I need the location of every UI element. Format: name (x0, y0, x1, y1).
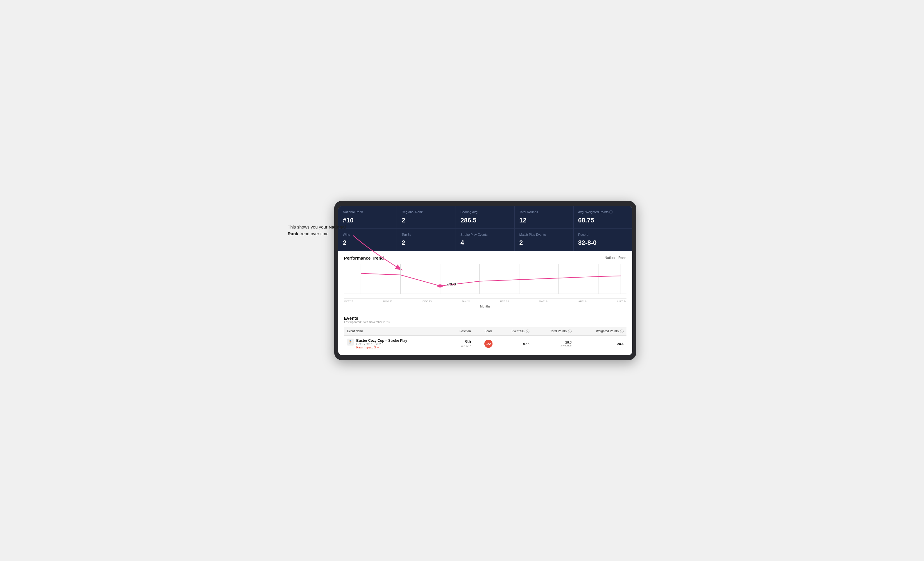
stat-match-play-events: Match Play Events 2 (514, 229, 573, 251)
stat-wins-value: 2 (343, 239, 392, 247)
x-label-may24: MAY 24 (618, 300, 627, 303)
event-rank-impact: Rank Impact: 3 ▼ (356, 346, 407, 349)
stat-stroke-play-label: Stroke Play Events (460, 233, 510, 236)
stat-national-rank-label: National Rank (343, 210, 392, 214)
annotation-text: This shows you your National Rank trend … (288, 224, 352, 237)
stat-avg-weighted-points: Avg. Weighted Points ⓘ 68.75 (574, 206, 632, 228)
stats-row-2: Wins 2 Top 3s 2 Stroke Play Events 4 Mat… (338, 229, 632, 251)
col-weighted-points: Weighted Points i (574, 327, 627, 336)
events-table-body: 🏌️ Buster Cozy Cup – Stroke Play Oct 9 -… (344, 335, 627, 352)
x-label-apr24: APR 24 (578, 300, 587, 303)
stat-stroke-play-events: Stroke Play Events 4 (456, 229, 514, 251)
event-name-wrapper: 🏌️ Buster Cozy Cup – Stroke Play Oct 9 -… (347, 338, 444, 349)
performance-axis-label: National Rank (604, 256, 627, 260)
table-row: 🏌️ Buster Cozy Cup – Stroke Play Oct 9 -… (344, 335, 627, 352)
stat-record-label: Record (578, 233, 628, 236)
weighted-points-value: 28.3 (618, 342, 624, 346)
events-table: Event Name Position Score Event SG i Tot… (344, 327, 627, 352)
stat-record-value: 32-8-0 (578, 239, 628, 247)
stat-record: Record 32-8-0 (574, 229, 632, 251)
stat-national-rank-value: #10 (343, 217, 392, 224)
stat-total-rounds-label: Total Rounds (519, 210, 568, 214)
stat-top3s-value: 2 (402, 239, 451, 247)
annotation-before: This shows you your (288, 224, 328, 229)
stat-stroke-play-value: 4 (460, 239, 510, 247)
svg-point-10 (437, 284, 443, 287)
tablet-device: National Rank #10 Regional Rank 2 Scorin… (334, 200, 636, 361)
stat-top3s-label: Top 3s (402, 233, 451, 236)
event-date: Oct 9 - Oct 10, 2023 (356, 343, 407, 346)
stat-scoring-avg-value: 286.5 (460, 217, 510, 224)
event-position: 6th out of 7 (450, 339, 471, 348)
col-event-name: Event Name (344, 327, 447, 336)
stat-regional-rank-value: 2 (402, 217, 451, 224)
col-event-sg: Event SG i (495, 327, 532, 336)
event-position-cell: 6th out of 7 (447, 335, 474, 352)
total-rounds: 3 Rounds (535, 344, 572, 347)
annotation-after: trend over time (298, 231, 328, 236)
col-score: Score (474, 327, 496, 336)
event-name: Buster Cozy Cup – Stroke Play (356, 338, 407, 343)
score-badge: -22 (484, 340, 492, 348)
event-details: Buster Cozy Cup – Stroke Play Oct 9 - Oc… (356, 338, 407, 349)
tablet-screen: National Rank #10 Regional Rank 2 Scorin… (338, 206, 632, 355)
position-value: 6th (465, 339, 471, 344)
event-sg-cell: 0.45 (495, 335, 532, 352)
stat-total-rounds: Total Rounds 12 (514, 206, 573, 228)
event-icon: 🏌️ (347, 338, 354, 346)
events-table-header-row: Event Name Position Score Event SG i Tot… (344, 327, 627, 336)
total-points-cell: 28.3 3 Rounds (532, 335, 574, 352)
position-sub: out of 7 (461, 345, 471, 348)
col-position: Position (447, 327, 474, 336)
rank-impact-label: Rank Impact: 3 (356, 346, 376, 349)
total-points-value: 28.3 (535, 341, 572, 344)
events-table-head: Event Name Position Score Event SG i Tot… (344, 327, 627, 336)
stat-avg-weighted-label: Avg. Weighted Points ⓘ (578, 210, 628, 214)
weighted-points-info-icon: i (620, 329, 624, 333)
svg-text:#10: #10 (447, 283, 456, 286)
stat-scoring-avg: Scoring Avg. 286.5 (456, 206, 514, 228)
events-last-updated: Last updated: 24th November 2023 (344, 320, 627, 324)
stat-scoring-avg-label: Scoring Avg. (460, 210, 510, 214)
stat-match-play-label: Match Play Events (519, 233, 568, 236)
events-section: Events Last updated: 24th November 2023 … (338, 311, 632, 355)
event-name-cell: 🏌️ Buster Cozy Cup – Stroke Play Oct 9 -… (344, 335, 447, 352)
x-label-mar24: MAR 24 (539, 300, 549, 303)
chart-x-labels: OCT 23 NOV 23 DEC 23 JAN 24 FEB 24 MAR 2… (344, 299, 627, 303)
performance-chart: #10 (344, 264, 627, 299)
stat-regional-rank: Regional Rank 2 (397, 206, 456, 228)
total-points-info-icon: i (568, 329, 572, 333)
col-total-points: Total Points i (532, 327, 574, 336)
chart-x-axis-title: Months (344, 303, 627, 308)
stat-match-play-value: 2 (519, 239, 568, 247)
stats-row-1: National Rank #10 Regional Rank 2 Scorin… (338, 206, 632, 228)
stat-top3s: Top 3s 2 (397, 229, 456, 251)
content-area: National Rank #10 Regional Rank 2 Scorin… (338, 206, 632, 355)
x-label-oct23: OCT 23 (344, 300, 353, 303)
event-sg-info-icon: i (526, 329, 530, 333)
chart-svg: #10 (344, 264, 627, 299)
rank-impact-direction: ▼ (376, 346, 380, 349)
performance-header: Performance Trend National Rank (344, 256, 627, 260)
x-label-feb24: FEB 24 (500, 300, 509, 303)
x-label-dec23: DEC 23 (423, 300, 432, 303)
page-wrapper: This shows you your National Rank trend … (288, 200, 636, 361)
performance-title: Performance Trend (344, 256, 384, 260)
stat-regional-rank-label: Regional Rank (402, 210, 451, 214)
performance-section: Performance Trend National Rank (338, 251, 632, 311)
event-score-cell: -22 (474, 335, 496, 352)
events-title: Events (344, 316, 627, 320)
x-label-jan24: JAN 24 (462, 300, 470, 303)
x-label-nov23: NOV 23 (383, 300, 393, 303)
stat-total-rounds-value: 12 (519, 217, 568, 224)
weighted-points-cell: 28.3 (574, 335, 627, 352)
stat-avg-weighted-value: 68.75 (578, 217, 628, 224)
